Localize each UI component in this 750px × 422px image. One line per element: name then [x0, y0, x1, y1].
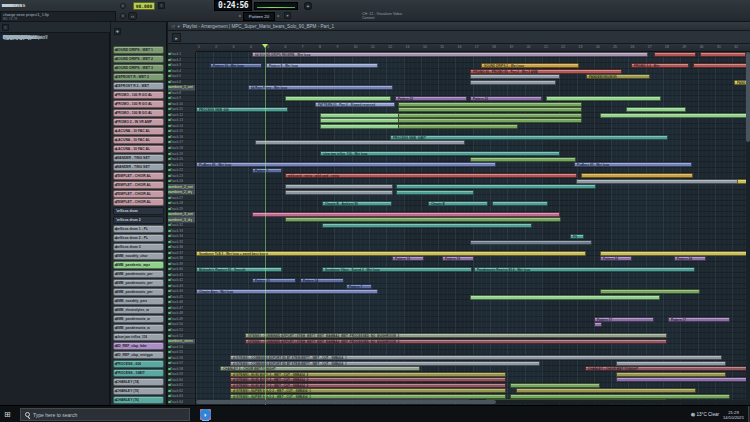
clip[interactable]	[398, 113, 582, 118]
mute-speaker-icon[interactable]: ◀	[114, 290, 119, 294]
clip-4-stems-super-solo-2-wet-cut-s[interactable]: 4 [STEMS] - SUPER SOLO 2 - WET - CUT - S…	[230, 394, 506, 399]
clip-pattern-5[interactable]: Pattern 5	[252, 168, 282, 173]
picker-item-lacuna-10-fac-al[interactable]: LACUNA - 10 FAC AL◀	[113, 145, 164, 153]
mute-speaker-icon[interactable]: ◀	[114, 84, 119, 88]
track-mute-led[interactable]	[168, 296, 171, 298]
clip[interactable]	[654, 52, 696, 57]
track-mute-led[interactable]	[168, 318, 171, 320]
track-mute-led[interactable]	[168, 59, 171, 61]
clip[interactable]	[600, 113, 750, 118]
timeline-ruler[interactable]: 1234567891011121314151617181920212223242…	[196, 44, 750, 52]
picker-item-bellissa-drum-3[interactable]: bellissa drum 3◀	[113, 243, 164, 251]
picker-item-smb-electrolytes-ar[interactable]: SMB_electrolytes_ar◀	[113, 306, 164, 314]
clip[interactable]	[470, 157, 576, 162]
clip-4-stems-90-85-bgpc-2-wet-cut-s[interactable]: 4 [STEMS] - 90 85 BGPC 2 - WET - CUT - S…	[230, 377, 506, 382]
mute-speaker-icon[interactable]: ◀	[114, 200, 119, 204]
mute-speaker-icon[interactable]: ◀	[114, 102, 119, 106]
picker-item-smb-pandemonic-per[interactable]: SMB_pandemonic_per◀	[113, 279, 164, 287]
mute-speaker-icon[interactable]: ◀	[114, 165, 119, 169]
clip-stems-combined-export-stem-wet[interactable]: [STEMS] - COMBINED EXPORT / STEM_WET7_WE…	[245, 339, 667, 344]
clip-sound-drips-2-wet-loop[interactable]: SOUND DRIPS 2 - Wet loop	[481, 63, 579, 68]
mute-speaker-icon[interactable]: ◀	[114, 254, 119, 258]
browser-item-templates[interactable]: ▸Templates	[0, 34, 3, 41]
mute-speaker-icon[interactable]: ◀	[114, 75, 119, 79]
detach-icon[interactable]: ▾	[177, 24, 179, 29]
mute-speaker-icon[interactable]: ◀	[114, 227, 119, 231]
clip-4-stems-90-85-bgpc-2-wet-cut-s[interactable]: 4 [STEMS] - 90 85 BGPC 2 - WET - CUT - S…	[230, 372, 506, 377]
picker-item-templet-choir-al[interactable]: TEMPLET - CHOIR AL◀	[113, 181, 164, 189]
track-mute-led[interactable]	[168, 346, 171, 348]
clip[interactable]	[510, 383, 600, 388]
picker-item-promo-2-in-vr-amp[interactable]: PROMO 2 - IN VR AMP◀	[113, 118, 164, 126]
track-mute-led[interactable]	[168, 208, 171, 210]
clip[interactable]	[255, 140, 465, 145]
track-mute-led[interactable]	[168, 401, 171, 403]
mute-speaker-icon[interactable]: ◀	[114, 147, 119, 151]
clip[interactable]	[398, 118, 582, 123]
mute-speaker-icon[interactable]: ◀	[114, 236, 119, 240]
track-mute-led[interactable]	[168, 70, 171, 72]
track-mute-led[interactable]	[168, 219, 171, 221]
picker-item-bellissa-drum-2-pl[interactable]: bellissa drum 2 - PL◀	[113, 234, 164, 242]
mute-speaker-icon[interactable]: ◀	[114, 362, 119, 366]
clip-promo-85-promo-85-part-2-wet-2[interactable]: PROMO 85 - PROMO 85 - Part 2 - Wet 2 AMB	[470, 69, 622, 74]
clip[interactable]	[285, 217, 561, 222]
mute-speaker-icon[interactable]: ◀	[114, 48, 119, 52]
track-mute-led[interactable]	[168, 125, 171, 127]
clip[interactable]	[693, 63, 750, 68]
step-edit-icon[interactable]: ≡	[158, 2, 165, 9]
clip[interactable]	[396, 184, 596, 189]
track-mute-led[interactable]	[168, 114, 171, 116]
time-display[interactable]: 0:24:56	[214, 0, 252, 11]
mute-speaker-icon[interactable]: ◀	[114, 281, 119, 285]
clip[interactable]	[285, 184, 393, 189]
clip[interactable]	[322, 223, 532, 228]
track-mute-led[interactable]	[168, 103, 171, 105]
track-mute-led[interactable]	[168, 197, 171, 199]
picker-item-chanley-76[interactable]: CHANLEY (76)◀	[113, 396, 164, 404]
clip-pandemonium-85[interactable]: PANDEMONIUM 85	[586, 74, 650, 79]
clip-piubass-85-wet-loop[interactable]: PiuBass 85 - Wet loop	[574, 162, 692, 167]
picker-item-sd-ref-slap-retrigga[interactable]: SD_REF_slap_retrigga◀	[113, 351, 164, 359]
clip-pattern-23-part-2-slowed-rever[interactable]: PATTERN 23 - Part 2 - Slowed reversed	[315, 102, 395, 107]
menu-icon[interactable]: ≡	[2, 24, 9, 31]
menu-help[interactable]: HELP	[2, 3, 14, 8]
mute-speaker-icon[interactable]: ◀	[114, 272, 119, 276]
clip[interactable]	[398, 102, 582, 107]
clip[interactable]	[398, 107, 582, 112]
mute-speaker-icon[interactable]: ◀	[114, 93, 119, 97]
main-pitch-knob[interactable]	[120, 13, 126, 19]
taskbar-search[interactable]: Type here to search	[20, 408, 190, 421]
clip-sundance-vibes-sound-2-wet-loo[interactable]: Sundance Vibes - Sound 2 - Wet loop	[322, 267, 472, 272]
clip-4-stems-90-85-bgpc-2-wet-cut-s[interactable]: 4 [STEMS] - 90 85 BGPC 2 - WET - CUT - S…	[230, 383, 506, 388]
clip[interactable]	[492, 201, 548, 206]
mute-speaker-icon[interactable]: ◀	[114, 174, 119, 178]
picker-item-sound-drips-wet-3[interactable]: SOUND DRIPS - WET 3◀	[113, 64, 164, 72]
clip[interactable]	[320, 113, 400, 118]
horizontal-scrollbar-thumb[interactable]	[196, 400, 496, 404]
scrub-icon[interactable]: ‹›	[128, 12, 137, 20]
mute-speaker-icon[interactable]: ◀	[114, 389, 119, 393]
picker-item-smb-noodely-chor[interactable]: SMB_noodely_chor◀	[113, 252, 164, 260]
mute-speaker-icon[interactable]: ◀	[114, 129, 119, 133]
track-mute-led[interactable]	[168, 357, 171, 359]
pattern-next-icon[interactable]: ▸	[276, 12, 281, 21]
track-mute-led[interactable]	[168, 147, 171, 149]
clip-stems-combined-export-stem-wet[interactable]: [STEMS] - COMBINED EXPORT / STEM_WET7_WE…	[245, 333, 667, 338]
track-mute-led[interactable]	[168, 164, 171, 166]
mute-speaker-icon[interactable]: ◀	[114, 245, 119, 249]
track-mute-led[interactable]	[168, 274, 171, 276]
clip[interactable]	[470, 240, 592, 245]
clip[interactable]	[470, 295, 660, 300]
mute-speaker-icon[interactable]: ◀	[114, 263, 119, 267]
clip-midnight-s-rapture-85-smooth[interactable]: Midnight's Rapture 85 - Smooth	[196, 267, 282, 272]
picker-item-smb-noodely-perc[interactable]: SMB_noodely_perc◀	[113, 297, 164, 305]
picker-item-process-16bit[interactable]: PROCESS - 16BIT◀	[113, 369, 164, 377]
mute-speaker-icon[interactable]: ◀	[114, 371, 119, 375]
clip-ps[interactable]: PS	[570, 234, 584, 239]
clip-pattern-21[interactable]: Pattern 21	[252, 278, 296, 283]
clip-slow-jam-trillza-116-wet-loop[interactable]: slow jam trillza_116 - Wet loop	[320, 151, 560, 156]
picker-item-smb-pandemonic-per[interactable]: SMB_pandemonic_per◀	[113, 288, 164, 296]
picker-item-chanley-74[interactable]: CHANLEY (74)◀	[113, 378, 164, 386]
track-mute-led[interactable]	[168, 136, 171, 138]
